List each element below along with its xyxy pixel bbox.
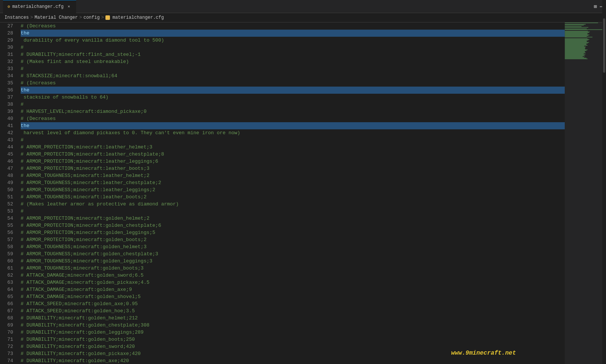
code-line: # ARMOR_TOUGHNESS;minecraft:golden_boots…	[21, 265, 565, 272]
code-line: # DURABILITY;minecraft:flint_and_steel;-…	[21, 51, 565, 58]
line-numbers: 2728293031323334353637383940414243444546…	[0, 22, 17, 364]
line-number: 64	[0, 286, 13, 293]
breadcrumb-material-changer[interactable]: Material Changer	[35, 15, 78, 20]
line-number: 51	[0, 193, 13, 201]
code-lines[interactable]: # (Decreases the durability of every van…	[17, 22, 565, 364]
line-number: 29	[0, 37, 13, 44]
line-number: 65	[0, 293, 13, 300]
minimap-line	[565, 25, 584, 25]
line-number: 56	[0, 229, 13, 236]
line-number: 53	[0, 208, 13, 215]
line-number: 28	[0, 30, 13, 37]
breadcrumb-filename[interactable]: materialchanger.cfg	[113, 15, 164, 20]
line-number: 45	[0, 151, 13, 158]
code-line: # ARMOR_TOUGHNESS;minecraft:leather_helm…	[21, 172, 565, 179]
code-line: # (Increases the stacksize of snowballs …	[21, 79, 565, 101]
line-number: 69	[0, 322, 13, 329]
code-line: # DURABILITY;minecraft:golden_axe;420	[21, 357, 565, 364]
minimap-line	[565, 29, 606, 30]
code-line: # ATTACK_SPEED;minecraft:golden_axe;0.95	[21, 300, 565, 307]
code-line: # ARMOR_PROTECTION;minecraft:golden_ches…	[21, 222, 565, 229]
line-number: 58	[0, 243, 13, 250]
code-line: # ARMOR_TOUGHNESS;minecraft:leather_legg…	[21, 186, 565, 193]
code-line: # ARMOR_PROTECTION;minecraft:golden_boot…	[21, 236, 565, 243]
editor-container: 2728293031323334353637383940414243444546…	[0, 22, 606, 364]
code-line: # ARMOR_TOUGHNESS;minecraft:golden_chest…	[21, 250, 565, 258]
breadcrumb-config[interactable]: config	[83, 15, 99, 20]
line-number: 46	[0, 158, 13, 165]
tab-filename: materialchanger.cfg	[12, 4, 64, 9]
code-line: #	[21, 136, 565, 144]
vertical-scrollbar[interactable]	[602, 0, 606, 364]
code-line: # ATTACK_DAMAGE;minecraft:golden_sword;6…	[21, 272, 565, 279]
line-number: 70	[0, 329, 13, 336]
line-number: 27	[0, 22, 13, 30]
line-number: 40	[0, 115, 13, 122]
line-number: 74	[0, 357, 13, 364]
minimap	[565, 22, 606, 364]
code-line: #	[21, 208, 565, 215]
line-number: 44	[0, 144, 13, 151]
code-line: # ARMOR_TOUGHNESS;minecraft:leather_boot…	[21, 193, 565, 201]
code-line: # ARMOR_TOUGHNESS;minecraft:golden_leggi…	[21, 258, 565, 265]
line-number: 31	[0, 51, 13, 58]
code-line: # DURABILITY;minecraft:golden_chestplate…	[21, 322, 565, 329]
line-number: 52	[0, 201, 13, 208]
minimap-line	[565, 58, 588, 59]
editor-tab[interactable]: ⚙ materialchanger.cfg ×	[3, 0, 76, 13]
line-number: 61	[0, 265, 13, 272]
code-area[interactable]: 2728293031323334353637383940414243444546…	[0, 22, 565, 364]
code-line: # ARMOR_PROTECTION;minecraft:leather_boo…	[21, 165, 565, 172]
line-number: 36	[0, 87, 13, 94]
code-content: 2728293031323334353637383940414243444546…	[0, 22, 565, 364]
line-number: 71	[0, 336, 13, 343]
minimap-line	[565, 22, 598, 23]
code-line: # DURABILITY;minecraft:golden_helmet;212	[21, 315, 565, 322]
code-line: # ARMOR_TOUGHNESS;minecraft:golden_helme…	[21, 243, 565, 250]
code-line: #	[21, 101, 565, 108]
minimap-content	[565, 22, 606, 364]
line-number: 38	[0, 101, 13, 108]
line-number: 35	[0, 79, 13, 87]
code-line: # ATTACK_DAMAGE;minecraft:golden_pickaxe…	[21, 279, 565, 286]
code-line: # ARMOR_PROTECTION;minecraft:leather_che…	[21, 151, 565, 158]
code-line: # (Makes flint and steel unbreakable)	[21, 58, 565, 65]
breadcrumb-instances[interactable]: Instances	[5, 15, 29, 20]
line-number: 37	[0, 94, 13, 101]
line-number: 55	[0, 222, 13, 229]
line-number: 59	[0, 250, 13, 258]
code-line: #	[21, 65, 565, 72]
breadcrumb: Instances > Material Changer > config > …	[0, 13, 606, 22]
minimap-line	[565, 37, 592, 37]
line-number: 66	[0, 300, 13, 307]
code-line: # ATTACK_DAMAGE;minecraft:golden_shovel;…	[21, 293, 565, 300]
line-number: 33	[0, 65, 13, 72]
split-editor-icon[interactable]: ⊞	[594, 3, 597, 10]
code-line: # ARMOR_PROTECTION;minecraft:golden_legg…	[21, 229, 565, 236]
line-number: 34	[0, 72, 13, 79]
code-line: # ARMOR_PROTECTION;minecraft:golden_helm…	[21, 215, 565, 222]
breadcrumb-sep-2: >	[79, 15, 82, 20]
code-line: # (Decreases the harvest level of diamon…	[21, 115, 565, 136]
line-number: 54	[0, 215, 13, 222]
code-line: # ARMOR_PROTECTION;minecraft:leather_hel…	[21, 144, 565, 151]
code-line: # DURABILITY;minecraft:golden_leggings;2…	[21, 329, 565, 336]
title-bar: ⚙ materialchanger.cfg × ⊞ ⋯	[0, 0, 606, 13]
code-line: # DURABILITY;minecraft:golden_sword;420	[21, 343, 565, 350]
code-line: # ARMOR_PROTECTION;minecraft:leather_leg…	[21, 158, 565, 165]
cfg-file-icon	[105, 15, 110, 20]
code-line: # DURABILITY;minecraft:golden_boots;250	[21, 336, 565, 343]
line-number: 39	[0, 108, 13, 115]
line-number: 67	[0, 307, 13, 315]
breadcrumb-sep-3: >	[101, 15, 104, 20]
line-number: 30	[0, 44, 13, 51]
code-line: # ATTACK_SPEED;minecraft:golden_hoe;3.5	[21, 307, 565, 315]
code-line: # HARVEST_LEVEL;minecraft:diamond_pickax…	[21, 108, 565, 115]
minimap-line	[565, 27, 588, 28]
line-number: 73	[0, 350, 13, 357]
tab-close-button[interactable]: ×	[66, 4, 72, 10]
code-line: # STACKSIZE;minecraft:snowball;64	[21, 72, 565, 79]
code-line: # ARMOR_TOUGHNESS;minecraft:leather_ches…	[21, 179, 565, 186]
scrollbar-thumb[interactable]	[603, 18, 605, 73]
line-number: 63	[0, 279, 13, 286]
